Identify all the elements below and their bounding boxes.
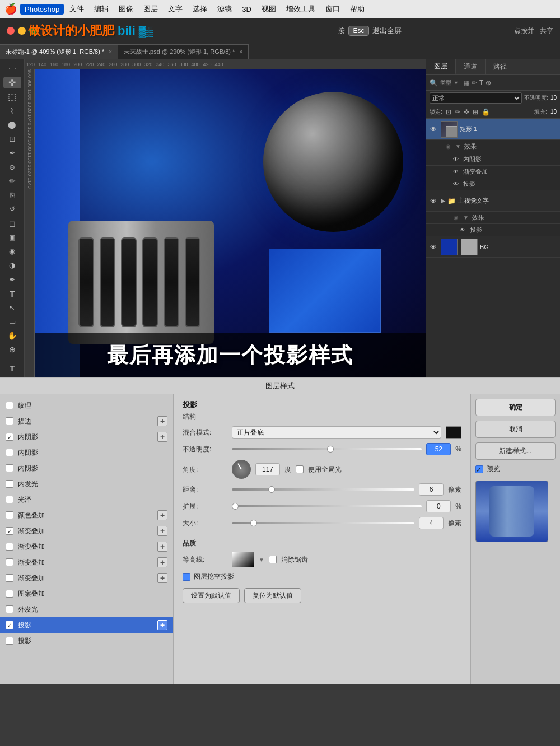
size-input[interactable] xyxy=(419,517,444,529)
menu-item-layer[interactable]: 图层 xyxy=(139,3,162,15)
knockout-checkbox[interactable] xyxy=(183,573,190,581)
tool-shape[interactable]: ▭ xyxy=(3,316,21,328)
layer-filter-icon-4[interactable]: ⊕ xyxy=(486,79,491,87)
tab-1[interactable]: 未来战士.psd @ 290% (矩形 1, RGB/8) * × xyxy=(118,44,249,59)
angle-dial[interactable] xyxy=(232,460,251,479)
contour-chevron[interactable]: ▼ xyxy=(259,557,264,563)
tool-blur[interactable]: ◉ xyxy=(3,245,21,257)
menu-item-select[interactable]: 选择 xyxy=(188,3,212,15)
lock-all-icon[interactable]: 🔒 xyxy=(482,108,490,116)
blend-mode-select[interactable]: 正片叠底 xyxy=(232,426,441,439)
spread-input[interactable] xyxy=(426,500,451,512)
blend-color-swatch[interactable] xyxy=(446,426,461,439)
style-item-13[interactable]: 外发光 xyxy=(0,602,173,617)
style-item-8[interactable]: ✓渐变叠加+ xyxy=(0,523,173,539)
style-add-14[interactable]: + xyxy=(157,620,167,630)
style-checkbox-8[interactable]: ✓ xyxy=(6,527,13,535)
ok-button[interactable]: 确定 xyxy=(475,399,556,416)
style-checkbox-7[interactable] xyxy=(6,511,13,519)
menu-item-3d[interactable]: 3D xyxy=(237,4,256,15)
style-add-8[interactable]: + xyxy=(157,526,167,536)
tool-history-brush[interactable]: ↺ xyxy=(3,203,21,215)
layers-tab-layers[interactable]: 图层 xyxy=(426,59,456,74)
tool-dodge[interactable]: ◑ xyxy=(3,259,21,271)
layer-filter-icon-2[interactable]: ✏ xyxy=(472,79,477,87)
canvas-container[interactable]: 120 140 160 180 200 220 240 260 280 300 … xyxy=(25,59,426,377)
spread-slider-thumb[interactable] xyxy=(232,503,239,510)
new-style-button[interactable]: 新建样式... xyxy=(475,442,556,460)
style-item-10[interactable]: 渐变叠加+ xyxy=(0,554,173,570)
style-item-3[interactable]: 内阴影 xyxy=(0,445,173,460)
layer-item-bg[interactable]: 👁 BG xyxy=(426,236,560,258)
tool-quick-select[interactable]: ⬤ xyxy=(3,119,21,130)
antialiased-checkbox[interactable] xyxy=(269,556,277,563)
size-slider[interactable] xyxy=(232,522,414,524)
layer-filter-icon-1[interactable]: ▩ xyxy=(463,79,469,87)
layer-eye-bg[interactable]: 👁 xyxy=(428,243,438,251)
size-slider-thumb[interactable] xyxy=(250,520,257,526)
style-item-2[interactable]: ✓内阴影+ xyxy=(0,429,173,445)
layer-eye-gradient[interactable]: 👁 xyxy=(451,169,461,175)
layer-item-main-visual[interactable]: 👁 ▶ 📁 主视觉文字 xyxy=(426,190,560,212)
style-item-1[interactable]: 描边+ xyxy=(0,413,173,429)
menu-item-filter[interactable]: 滤镜 xyxy=(213,3,236,15)
cancel-button[interactable]: 取消 xyxy=(475,421,556,438)
style-checkbox-12[interactable] xyxy=(6,590,13,598)
menu-item-text[interactable]: 文字 xyxy=(164,3,187,15)
tab-0-close[interactable]: × xyxy=(109,49,112,55)
lock-position-icon[interactable]: ⊡ xyxy=(446,108,451,116)
style-checkbox-13[interactable] xyxy=(6,605,13,613)
menu-item-view[interactable]: 视图 xyxy=(257,3,281,15)
minimize-button[interactable] xyxy=(18,27,26,35)
contour-swatch[interactable] xyxy=(232,552,254,567)
tool-brush[interactable]: ✏ xyxy=(3,175,21,187)
tool-hand[interactable]: ✋ xyxy=(3,330,21,342)
menu-item-help[interactable]: 帮助 xyxy=(346,3,369,15)
layer-item-effects2[interactable]: ◉ ▼ 效果 xyxy=(426,212,560,224)
layer-eye-inner-shadow[interactable]: 👁 xyxy=(451,156,461,162)
menu-item-file[interactable]: 文件 xyxy=(65,3,88,15)
tool-healing[interactable]: ⊕ xyxy=(3,161,21,173)
layer-expand-effects[interactable]: ▼ xyxy=(455,143,461,150)
menu-item-edit[interactable]: 编辑 xyxy=(90,3,113,15)
tool-clone[interactable]: ⎘ xyxy=(3,189,21,201)
opacity-slider[interactable] xyxy=(232,448,422,450)
style-item-15[interactable]: 投影 xyxy=(0,633,173,649)
layers-tab-channels[interactable]: 通道 xyxy=(456,59,486,74)
layer-expand-effects2[interactable]: ▼ xyxy=(463,215,469,221)
style-item-6[interactable]: 光泽 xyxy=(0,492,173,507)
reset-default-btn[interactable]: 复位为默认值 xyxy=(244,588,301,603)
style-add-2[interactable]: + xyxy=(157,432,167,442)
opacity-slider-thumb[interactable] xyxy=(327,446,334,453)
style-checkbox-10[interactable] xyxy=(6,558,13,566)
tool-expand[interactable]: ⋮⋮ xyxy=(3,63,21,74)
tool-type-vertical[interactable]: T xyxy=(3,362,21,374)
menu-item-photoshop[interactable]: Photoshop xyxy=(20,4,64,15)
style-checkbox-0[interactable] xyxy=(6,402,13,409)
layer-item-effects[interactable]: ◉ ▼ 效果 xyxy=(426,140,560,153)
style-checkbox-11[interactable] xyxy=(6,574,13,582)
tool-eraser[interactable]: ◻ xyxy=(3,217,21,229)
tab-1-close[interactable]: × xyxy=(239,49,242,55)
style-item-4[interactable]: 内阴影 xyxy=(0,460,173,476)
share-btn[interactable]: 共享 xyxy=(540,26,553,36)
style-add-9[interactable]: + xyxy=(157,542,167,552)
layer-item-drop-shadow2[interactable]: 👁 投影 xyxy=(426,224,560,236)
angle-input[interactable] xyxy=(255,463,280,475)
menu-item-plugins[interactable]: 增效工具 xyxy=(282,3,320,15)
distance-slider[interactable] xyxy=(232,488,414,491)
tool-marquee[interactable]: ⬚ xyxy=(3,91,21,102)
menu-item-window[interactable]: 窗口 xyxy=(321,3,344,15)
close-button[interactable] xyxy=(7,27,15,35)
style-item-5[interactable]: 内发光 xyxy=(0,476,173,492)
layer-item-rect1[interactable]: 👁 矩形 1 xyxy=(426,119,560,140)
style-item-9[interactable]: 渐变叠加+ xyxy=(0,539,173,554)
layer-eye-drop-shadow[interactable]: 👁 xyxy=(451,181,461,187)
esc-key[interactable]: Esc xyxy=(348,26,368,36)
menu-item-image[interactable]: 图像 xyxy=(114,3,138,15)
style-item-0[interactable]: 纹理 xyxy=(0,398,173,413)
style-item-11[interactable]: 渐变叠加+ xyxy=(0,570,173,586)
set-default-btn[interactable]: 设置为默认值 xyxy=(183,588,240,603)
style-checkbox-15[interactable] xyxy=(6,637,13,645)
style-add-11[interactable]: + xyxy=(157,573,167,583)
